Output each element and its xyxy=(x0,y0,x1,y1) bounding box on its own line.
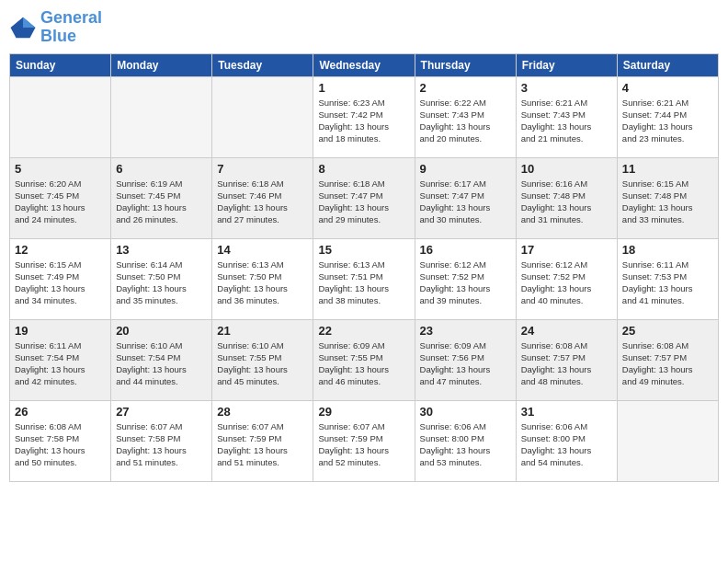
day-number: 29 xyxy=(318,405,409,419)
day-number: 2 xyxy=(420,81,511,95)
day-number: 28 xyxy=(217,405,308,419)
calendar-day-cell: 16Sunrise: 6:12 AM Sunset: 7:52 PM Dayli… xyxy=(415,238,516,319)
calendar-day-cell: 21Sunrise: 6:10 AM Sunset: 7:55 PM Dayli… xyxy=(212,319,313,400)
day-info: Sunrise: 6:12 AM Sunset: 7:52 PM Dayligh… xyxy=(521,259,612,307)
calendar-day-cell xyxy=(111,76,212,157)
calendar-day-cell: 29Sunrise: 6:07 AM Sunset: 7:59 PM Dayli… xyxy=(313,400,415,481)
day-info: Sunrise: 6:07 AM Sunset: 7:59 PM Dayligh… xyxy=(217,420,308,469)
day-number: 27 xyxy=(116,405,207,419)
day-info: Sunrise: 6:10 AM Sunset: 7:55 PM Dayligh… xyxy=(217,339,308,388)
day-info: Sunrise: 6:09 AM Sunset: 7:56 PM Dayligh… xyxy=(420,339,511,388)
calendar-day-cell xyxy=(10,76,111,157)
day-info: Sunrise: 6:09 AM Sunset: 7:55 PM Dayligh… xyxy=(318,339,409,388)
day-info: Sunrise: 6:08 AM Sunset: 7:57 PM Dayligh… xyxy=(521,339,612,388)
header: General Blue xyxy=(9,9,719,46)
day-number: 14 xyxy=(217,243,308,257)
calendar-day-cell: 13Sunrise: 6:14 AM Sunset: 7:50 PM Dayli… xyxy=(111,238,212,319)
calendar-day-cell: 28Sunrise: 6:07 AM Sunset: 7:59 PM Dayli… xyxy=(212,400,313,481)
weekday-header-tuesday: Tuesday xyxy=(212,53,313,76)
day-number: 8 xyxy=(318,162,409,176)
day-info: Sunrise: 6:15 AM Sunset: 7:49 PM Dayligh… xyxy=(15,259,106,307)
calendar-day-cell: 1Sunrise: 6:23 AM Sunset: 7:42 PM Daylig… xyxy=(313,76,415,157)
day-number: 4 xyxy=(622,81,713,95)
day-number: 11 xyxy=(622,162,713,176)
day-number: 22 xyxy=(318,324,409,338)
calendar-day-cell: 11Sunrise: 6:15 AM Sunset: 7:48 PM Dayli… xyxy=(617,157,718,238)
svg-marker-1 xyxy=(23,17,36,28)
day-number: 16 xyxy=(420,243,511,257)
calendar-day-cell: 8Sunrise: 6:18 AM Sunset: 7:47 PM Daylig… xyxy=(313,157,415,238)
day-info: Sunrise: 6:06 AM Sunset: 8:00 PM Dayligh… xyxy=(420,420,511,469)
calendar-day-cell: 22Sunrise: 6:09 AM Sunset: 7:55 PM Dayli… xyxy=(313,319,415,400)
calendar-day-cell: 9Sunrise: 6:17 AM Sunset: 7:47 PM Daylig… xyxy=(415,157,516,238)
calendar-day-cell: 20Sunrise: 6:10 AM Sunset: 7:54 PM Dayli… xyxy=(111,319,212,400)
calendar-day-cell: 12Sunrise: 6:15 AM Sunset: 7:49 PM Dayli… xyxy=(10,238,111,319)
day-info: Sunrise: 6:20 AM Sunset: 7:45 PM Dayligh… xyxy=(15,178,106,226)
day-info: Sunrise: 6:17 AM Sunset: 7:47 PM Dayligh… xyxy=(420,178,511,226)
calendar-day-cell: 25Sunrise: 6:08 AM Sunset: 7:57 PM Dayli… xyxy=(617,319,718,400)
day-info: Sunrise: 6:07 AM Sunset: 7:59 PM Dayligh… xyxy=(318,420,409,469)
calendar-day-cell: 10Sunrise: 6:16 AM Sunset: 7:48 PM Dayli… xyxy=(516,157,617,238)
calendar-day-cell: 15Sunrise: 6:13 AM Sunset: 7:51 PM Dayli… xyxy=(313,238,415,319)
calendar-day-cell: 14Sunrise: 6:13 AM Sunset: 7:50 PM Dayli… xyxy=(212,238,313,319)
day-info: Sunrise: 6:11 AM Sunset: 7:53 PM Dayligh… xyxy=(622,259,713,307)
day-info: Sunrise: 6:15 AM Sunset: 7:48 PM Dayligh… xyxy=(622,178,713,226)
calendar-week-row: 26Sunrise: 6:08 AM Sunset: 7:58 PM Dayli… xyxy=(10,400,719,481)
day-number: 9 xyxy=(420,162,511,176)
day-number: 23 xyxy=(420,324,511,338)
calendar-week-row: 19Sunrise: 6:11 AM Sunset: 7:54 PM Dayli… xyxy=(10,319,719,400)
day-info: Sunrise: 6:16 AM Sunset: 7:48 PM Dayligh… xyxy=(521,178,612,226)
day-number: 1 xyxy=(318,81,409,95)
day-number: 12 xyxy=(15,243,106,257)
calendar-day-cell: 24Sunrise: 6:08 AM Sunset: 7:57 PM Dayli… xyxy=(516,319,617,400)
calendar-day-cell: 27Sunrise: 6:07 AM Sunset: 7:58 PM Dayli… xyxy=(111,400,212,481)
day-number: 18 xyxy=(622,243,713,257)
calendar-week-row: 12Sunrise: 6:15 AM Sunset: 7:49 PM Dayli… xyxy=(10,238,719,319)
calendar-day-cell: 4Sunrise: 6:21 AM Sunset: 7:44 PM Daylig… xyxy=(617,76,718,157)
calendar-day-cell: 18Sunrise: 6:11 AM Sunset: 7:53 PM Dayli… xyxy=(617,238,718,319)
day-number: 25 xyxy=(622,324,713,338)
day-number: 21 xyxy=(217,324,308,338)
weekday-header-row: SundayMondayTuesdayWednesdayThursdayFrid… xyxy=(10,53,719,76)
day-info: Sunrise: 6:06 AM Sunset: 8:00 PM Dayligh… xyxy=(521,420,612,469)
calendar-day-cell: 2Sunrise: 6:22 AM Sunset: 7:43 PM Daylig… xyxy=(415,76,516,157)
day-number: 24 xyxy=(521,324,612,338)
day-info: Sunrise: 6:18 AM Sunset: 7:47 PM Dayligh… xyxy=(318,178,409,226)
day-info: Sunrise: 6:19 AM Sunset: 7:45 PM Dayligh… xyxy=(116,178,207,226)
day-number: 3 xyxy=(521,81,612,95)
day-number: 31 xyxy=(521,405,612,419)
day-number: 26 xyxy=(15,405,106,419)
day-info: Sunrise: 6:22 AM Sunset: 7:43 PM Dayligh… xyxy=(420,97,511,145)
day-info: Sunrise: 6:10 AM Sunset: 7:54 PM Dayligh… xyxy=(116,339,207,388)
day-number: 15 xyxy=(318,243,409,257)
page: General Blue SundayMondayTuesdayWednesda… xyxy=(0,0,728,563)
calendar-day-cell: 23Sunrise: 6:09 AM Sunset: 7:56 PM Dayli… xyxy=(415,319,516,400)
weekday-header-saturday: Saturday xyxy=(617,53,718,76)
calendar-day-cell: 19Sunrise: 6:11 AM Sunset: 7:54 PM Dayli… xyxy=(10,319,111,400)
day-number: 13 xyxy=(116,243,207,257)
weekday-header-thursday: Thursday xyxy=(415,53,516,76)
calendar-week-row: 5Sunrise: 6:20 AM Sunset: 7:45 PM Daylig… xyxy=(10,157,719,238)
calendar-day-cell: 30Sunrise: 6:06 AM Sunset: 8:00 PM Dayli… xyxy=(415,400,516,481)
calendar-day-cell: 7Sunrise: 6:18 AM Sunset: 7:46 PM Daylig… xyxy=(212,157,313,238)
day-info: Sunrise: 6:21 AM Sunset: 7:43 PM Dayligh… xyxy=(521,97,612,145)
calendar-day-cell: 17Sunrise: 6:12 AM Sunset: 7:52 PM Dayli… xyxy=(516,238,617,319)
day-number: 30 xyxy=(420,405,511,419)
logo-icon xyxy=(9,14,37,41)
day-info: Sunrise: 6:11 AM Sunset: 7:54 PM Dayligh… xyxy=(15,339,106,388)
calendar-day-cell xyxy=(212,76,313,157)
logo-text: General Blue xyxy=(40,9,102,46)
day-number: 17 xyxy=(521,243,612,257)
day-number: 10 xyxy=(521,162,612,176)
day-number: 20 xyxy=(116,324,207,338)
weekday-header-friday: Friday xyxy=(516,53,617,76)
weekday-header-wednesday: Wednesday xyxy=(313,53,415,76)
logo: General Blue xyxy=(9,9,102,46)
day-info: Sunrise: 6:13 AM Sunset: 7:50 PM Dayligh… xyxy=(217,259,308,307)
calendar-day-cell: 31Sunrise: 6:06 AM Sunset: 8:00 PM Dayli… xyxy=(516,400,617,481)
day-number: 5 xyxy=(15,162,106,176)
day-info: Sunrise: 6:07 AM Sunset: 7:58 PM Dayligh… xyxy=(116,420,207,469)
day-info: Sunrise: 6:08 AM Sunset: 7:58 PM Dayligh… xyxy=(15,420,106,469)
weekday-header-monday: Monday xyxy=(111,53,212,76)
day-info: Sunrise: 6:13 AM Sunset: 7:51 PM Dayligh… xyxy=(318,259,409,307)
